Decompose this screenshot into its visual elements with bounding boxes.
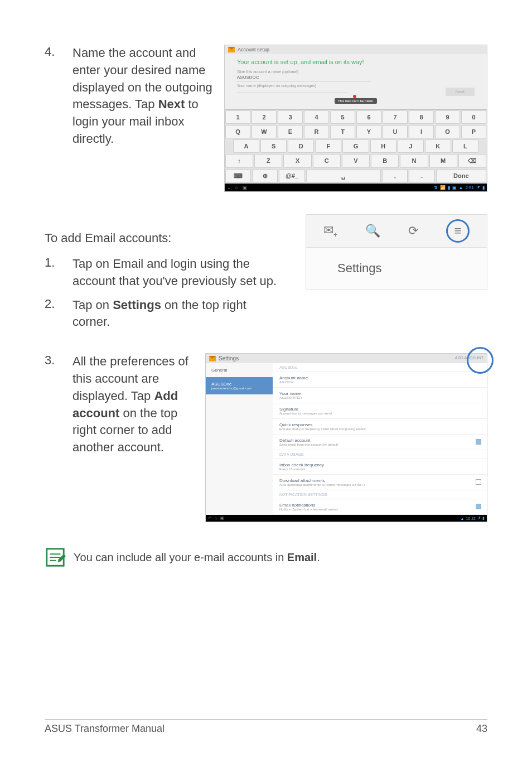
menu-screenshot: ✉+ 🔍 ⟳ ≡ Settings: [306, 214, 487, 290]
key-v[interactable]: V: [342, 154, 370, 168]
settings-item-title: Signature: [279, 407, 480, 412]
mail-icon: [228, 47, 235, 52]
key-9[interactable]: 9: [435, 110, 460, 124]
key-7[interactable]: 7: [383, 110, 408, 124]
key-5[interactable]: 5: [330, 110, 355, 124]
menu-button[interactable]: ≡: [446, 219, 470, 243]
globe-key[interactable]: ⊕: [252, 169, 278, 183]
key-2[interactable]: 2: [252, 110, 277, 124]
key-k[interactable]: K: [425, 139, 451, 153]
settings-item[interactable]: Download attachmentsAuto-download attach…: [273, 475, 487, 490]
settings-item-subtitle: Auto-download attachments to recent mess…: [279, 483, 480, 486]
key-y[interactable]: Y: [356, 125, 381, 138]
status-icon: ⇅: [434, 185, 438, 190]
onscreen-keyboard[interactable]: 1234567890 QWERTYUIOP ASDFGHJKL ↑ZXCVBNM…: [225, 109, 487, 184]
key-r[interactable]: R: [304, 125, 329, 138]
checkbox[interactable]: [476, 504, 481, 509]
key-a[interactable]: A: [233, 139, 259, 153]
sidebar-active-account[interactable]: ASUSDoc jaruslantendoc@gmail.com: [206, 377, 273, 394]
battery-icon: ▮: [482, 516, 485, 520]
key-3[interactable]: 3: [278, 110, 303, 124]
step2-pre: Tap on: [72, 298, 113, 312]
setup-heading: Your account is set up, and email is on …: [237, 59, 475, 65]
your-name-input[interactable]: [237, 90, 349, 93]
checkbox[interactable]: [476, 479, 481, 485]
settings-item[interactable]: Quick responsesEdit text that you freque…: [273, 419, 487, 435]
symbols-key[interactable]: @#_: [279, 169, 304, 183]
settings-item[interactable]: Inbox check frequencyEvery 15 minutes: [273, 459, 487, 475]
settings-item-title: Your name: [279, 391, 480, 396]
settings-item[interactable]: Account nameASUSDoc: [273, 372, 487, 388]
refresh-icon[interactable]: ⟳: [408, 224, 418, 238]
settings-item[interactable]: Email notificationsNotify in System bar …: [273, 499, 487, 515]
nav-recent-icon[interactable]: ▣: [243, 185, 247, 190]
key-4[interactable]: 4: [304, 110, 329, 124]
step1-number: 1.: [45, 255, 72, 290]
settings-item-title: Download attachments: [279, 478, 480, 483]
key-j[interactable]: J: [398, 139, 424, 153]
key-b[interactable]: B: [371, 154, 399, 168]
done-key[interactable]: Done: [436, 169, 486, 183]
key-d[interactable]: D: [288, 139, 314, 153]
nav-back-icon[interactable]: ↶: [208, 516, 211, 520]
settings-item-subtitle: Notify in System bar when email arrives: [279, 508, 480, 511]
compose-icon[interactable]: ✉+: [323, 223, 337, 239]
key-8[interactable]: 8: [409, 110, 434, 124]
keyboard-switch-key[interactable]: ⌨: [225, 169, 251, 183]
sidebar-account-name: ASUSDoc: [211, 382, 231, 387]
key-p[interactable]: P: [461, 125, 486, 138]
settings-item-title: Default account: [279, 438, 480, 443]
comma-key[interactable]: ,: [382, 169, 408, 183]
checkbox[interactable]: [476, 439, 481, 445]
key-u[interactable]: U: [383, 125, 408, 138]
nav-home-icon[interactable]: ⌂: [235, 185, 238, 190]
nav-down-icon[interactable]: ⌄: [227, 185, 231, 190]
add-account-button[interactable]: ADD ACCOUNT: [455, 356, 483, 360]
settings-item[interactable]: Your nameASUSWRITER: [273, 388, 487, 403]
key-c[interactable]: C: [313, 154, 341, 168]
key-s[interactable]: S: [260, 139, 287, 153]
status-time: 2:51: [465, 185, 474, 190]
key-i[interactable]: I: [409, 125, 434, 138]
key-n[interactable]: N: [400, 154, 428, 168]
key-m[interactable]: M: [429, 154, 457, 168]
key-⌫[interactable]: ⌫: [458, 154, 486, 168]
settings-item[interactable]: Default accountSend email from this acco…: [273, 435, 487, 450]
key-o[interactable]: O: [435, 125, 460, 138]
settings-item-subtitle: Edit text that you frequently insert whe…: [279, 427, 480, 431]
key-g[interactable]: G: [342, 139, 369, 153]
settings-item-title: Email notifications: [279, 503, 480, 508]
key-1[interactable]: 1: [225, 110, 250, 124]
step2-number: 2.: [45, 297, 72, 331]
key-z[interactable]: Z: [254, 154, 282, 168]
key-e[interactable]: E: [278, 125, 303, 138]
nav-home-icon[interactable]: ⌂: [215, 516, 217, 520]
key-l[interactable]: L: [452, 139, 478, 153]
step4-text: Name the account and enter your desired …: [72, 45, 213, 148]
settings-item[interactable]: SignatureAppend text to messages you sen…: [273, 403, 487, 419]
step4-number: 4.: [45, 45, 72, 148]
key-w[interactable]: W: [252, 125, 277, 138]
space-key[interactable]: ␣: [306, 169, 381, 183]
period-key[interactable]: .: [409, 169, 434, 183]
key-0[interactable]: 0: [461, 110, 486, 124]
key-x[interactable]: X: [283, 154, 311, 168]
key-h[interactable]: H: [370, 139, 396, 153]
key-t[interactable]: T: [330, 125, 355, 138]
setup-label-accountname: Give this account a name (optional): [237, 70, 475, 74]
next-button[interactable]: Next: [446, 88, 475, 96]
key-f[interactable]: F: [315, 139, 341, 153]
status-time: 10:22: [466, 517, 476, 520]
field-error-tooltip: This field can't be blank.: [335, 98, 377, 104]
settings-menu-item[interactable]: Settings: [306, 247, 487, 290]
step2-bold: Settings: [113, 298, 161, 312]
search-icon[interactable]: 🔍: [365, 224, 380, 238]
key-↑[interactable]: ↑: [225, 154, 253, 168]
sidebar-general[interactable]: General: [206, 363, 273, 377]
nav-recent-icon[interactable]: ▣: [220, 516, 224, 520]
key-6[interactable]: 6: [356, 110, 381, 124]
account-name-input[interactable]: ASUSDOC: [237, 74, 371, 81]
settings-item-subtitle: ASUSWRITER: [279, 396, 480, 399]
key-q[interactable]: Q: [225, 125, 250, 138]
screenshot-icon: ▣: [452, 185, 457, 190]
